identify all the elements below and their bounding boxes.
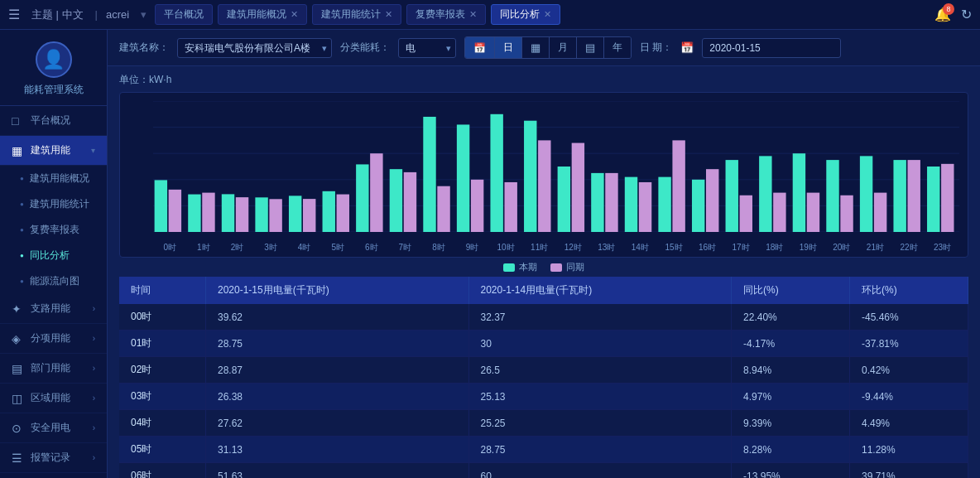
sidebar-item-branch-energy[interactable]: ✦ 支路用能 › <box>0 294 107 324</box>
svg-rect-44 <box>692 180 704 232</box>
x-axis-label: 4时 <box>287 242 321 253</box>
category-label: 分类能耗： <box>340 41 390 55</box>
chevron-right-icon-3: › <box>93 364 95 373</box>
x-axis-label: 23时 <box>925 242 959 253</box>
sidebar-item-alarm[interactable]: ☰ 报警记录 › <box>0 443 107 473</box>
close-tab-3[interactable]: ✕ <box>469 9 477 20</box>
sidebar-item-settings[interactable]: ⚙ 系统设置 › <box>0 473 107 478</box>
table-cell: 8.28% <box>732 437 850 463</box>
month-grid-icon[interactable]: ▦ <box>522 37 550 58</box>
table-cell: 26.38 <box>205 384 468 410</box>
x-axis-label: 11时 <box>522 242 556 253</box>
refresh-button[interactable]: ↻ <box>961 7 972 22</box>
sidebar-item-dept-energy[interactable]: ▤ 部门用能 › <box>0 354 107 384</box>
table-cell: 27.62 <box>205 410 468 437</box>
col-qoq: 环比(%) <box>849 277 968 304</box>
col-yoy: 同比(%) <box>732 277 850 304</box>
x-axis-label: 8时 <box>422 242 456 253</box>
table-cell: 9.39% <box>732 410 850 437</box>
topbar-right: 🔔 8 ↻ <box>934 7 972 22</box>
sidebar-nav: □ 平台概况 ▦ 建筑用能 ▾ 建筑用能概况 建筑用能统计 复费率报表 同比分析… <box>0 106 107 478</box>
sidebar-item-energy-flow[interactable]: 能源流向图 <box>0 268 107 294</box>
col-prev: 2020-1-14用电量(千瓦时) <box>468 277 732 304</box>
x-axis-label: 3时 <box>254 242 288 253</box>
sidebar-item-building-energy[interactable]: ▦ 建筑用能 ▾ <box>0 136 107 166</box>
legend-prev-label: 同期 <box>566 261 584 273</box>
branch-icon: ✦ <box>12 302 25 316</box>
table-cell: 11.28% <box>849 437 968 463</box>
svg-rect-59 <box>941 164 954 232</box>
svg-rect-48 <box>759 156 771 232</box>
sidebar-item-platform[interactable]: □ 平台概况 <box>0 106 107 136</box>
sidebar-item-safety[interactable]: ⊙ 安全用电 › <box>0 413 107 443</box>
sidebar-item-yoy-analysis[interactable]: 同比分析 <box>0 243 107 268</box>
tab-building-energy-overview[interactable]: 建筑用能概况 ✕ <box>218 4 307 25</box>
tab-building-energy-stats[interactable]: 建筑用能统计 ✕ <box>312 4 401 25</box>
table-cell: 01时 <box>119 331 205 357</box>
col-time: 时间 <box>119 277 205 304</box>
tab-platform-overview[interactable]: 平台概况 <box>155 4 213 25</box>
tab-tiered-report[interactable]: 复费率报表 ✕ <box>406 4 486 25</box>
month-btn[interactable]: 月 <box>550 37 577 58</box>
menu-icon[interactable]: ☰ <box>8 7 20 22</box>
x-axis-label: 1时 <box>187 242 221 253</box>
x-axis-labels: 0时1时2时3时4时5时6时7时8时9时10时11时12时13时14时15时16… <box>153 242 959 253</box>
topbar: ☰ 主题 | 中文 | acrei ▾ 平台概况 建筑用能概况 ✕ 建筑用能统计… <box>0 0 980 30</box>
building-energy-icon: ▦ <box>12 144 25 157</box>
chart-section: 单位：kW·h 0 20 40 60 80 100 <box>108 66 980 277</box>
platform-icon: □ <box>12 114 25 128</box>
chevron-down-icon: ▾ <box>91 146 95 155</box>
x-axis-label: 6时 <box>354 242 388 253</box>
x-axis-label: 16时 <box>690 242 724 253</box>
system-title: 能耗管理系统 <box>24 83 84 97</box>
year-grid-icon[interactable]: ▤ <box>577 37 604 58</box>
table-cell: -9.44% <box>849 384 968 410</box>
sidebar-item-building-stats[interactable]: 建筑用能统计 <box>0 191 107 217</box>
svg-rect-38 <box>591 173 603 232</box>
sidebar-item-building-overview[interactable]: 建筑用能概况 <box>0 166 107 191</box>
close-tab-2[interactable]: ✕ <box>385 9 392 20</box>
svg-rect-57 <box>908 160 920 232</box>
table-cell: 28.75 <box>205 331 468 357</box>
safety-icon: ⊙ <box>12 422 25 435</box>
building-select[interactable]: 安科瑞电气股份有限公司A楼 <box>177 38 332 58</box>
svg-rect-30 <box>457 124 469 232</box>
day-btn[interactable]: 日 <box>495 37 522 58</box>
table-row: 03时26.3825.134.97%-9.44% <box>119 384 968 410</box>
sidebar-item-item-energy[interactable]: ◈ 分项用能 › <box>0 324 107 354</box>
table-cell: 4.97% <box>732 384 850 410</box>
x-axis-label: 19时 <box>791 242 825 253</box>
table-cell: 39.71% <box>849 463 968 479</box>
table-cell: 8.94% <box>732 357 850 384</box>
alarm-icon: ☰ <box>12 451 25 465</box>
category-select-wrapper: 电 <box>398 38 456 58</box>
category-select[interactable]: 电 <box>398 38 456 58</box>
calendar-icon-btn[interactable]: 📅 <box>465 37 495 58</box>
sidebar-item-tiered-report[interactable]: 复费率报表 <box>0 217 107 243</box>
brand2-label: acrei <box>106 8 129 21</box>
svg-rect-31 <box>471 180 483 232</box>
svg-rect-21 <box>303 199 315 232</box>
notification-button[interactable]: 🔔 8 <box>934 7 951 22</box>
table-cell: 0.42% <box>849 357 968 384</box>
svg-rect-35 <box>538 140 550 232</box>
table-header-row: 时间 2020-1-15用电量(千瓦时) 2020-1-14用电量(千瓦时) 同… <box>119 277 968 304</box>
table-header: 时间 2020-1-15用电量(千瓦时) 2020-1-14用电量(千瓦时) 同… <box>119 277 968 304</box>
close-tab-1[interactable]: ✕ <box>291 9 298 20</box>
svg-rect-37 <box>572 143 584 232</box>
year-btn[interactable]: 年 <box>604 37 631 58</box>
sidebar-item-zone-energy[interactable]: ◫ 区域用能 › <box>0 384 107 413</box>
table-section: 时间 2020-1-15用电量(千瓦时) 2020-1-14用电量(千瓦时) 同… <box>108 277 980 478</box>
svg-rect-24 <box>356 164 368 232</box>
table-cell: 32.37 <box>468 304 732 331</box>
tab-yoy-analysis[interactable]: 同比分析 ✕ <box>491 4 560 25</box>
svg-rect-36 <box>558 167 570 232</box>
x-axis-label: 12时 <box>556 242 590 253</box>
filter-bar: 建筑名称： 安科瑞电气股份有限公司A楼 分类能耗： 电 📅 日 ▦ 月 ▤ 年 <box>108 30 980 66</box>
svg-rect-45 <box>706 169 718 232</box>
close-tab-4[interactable]: ✕ <box>544 9 551 20</box>
avatar: 👤 <box>36 41 72 78</box>
x-axis-label: 14时 <box>623 242 657 253</box>
table-row: 01时28.7530-4.17%-37.81% <box>119 331 968 357</box>
date-input[interactable] <box>702 38 841 58</box>
